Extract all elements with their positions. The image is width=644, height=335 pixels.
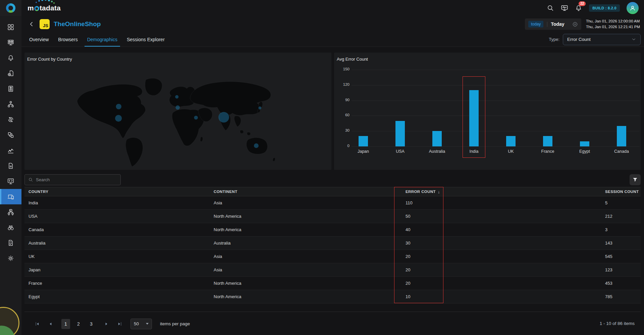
sidebar-item-bell[interactable] bbox=[0, 50, 21, 66]
chart-gridline bbox=[352, 146, 639, 147]
tab-browsers[interactable]: Browsers bbox=[53, 32, 82, 47]
bar-chart-panel: Avg Error Count 0306090120150JapanUSAAus… bbox=[334, 53, 641, 170]
page-button-1[interactable]: 1 bbox=[61, 319, 70, 329]
sidebar-item-devices[interactable] bbox=[0, 189, 21, 204]
cell-country: Egypt bbox=[24, 290, 210, 303]
bar-australia bbox=[432, 131, 442, 146]
sidebar-item-report-document[interactable] bbox=[0, 81, 21, 96]
tab-demographics[interactable]: Demographics bbox=[83, 32, 122, 47]
sidebar-item-binoculars[interactable] bbox=[0, 220, 21, 235]
cell-country: Japan bbox=[24, 263, 210, 276]
user-avatar[interactable] bbox=[627, 2, 639, 14]
sidebar-item-trend-line[interactable] bbox=[0, 143, 21, 158]
table-row-uk: UKAsia20545 bbox=[24, 250, 641, 263]
items-per-page-label: items per page bbox=[160, 321, 190, 326]
bell-icon[interactable]: 22 bbox=[575, 4, 582, 12]
search-input[interactable] bbox=[36, 177, 117, 182]
sidebar-item-network-tree[interactable] bbox=[0, 204, 21, 220]
pagination-controls: 123 50 items per page bbox=[35, 319, 190, 329]
logo-dot bbox=[51, 1, 53, 2]
cell-continent: North America bbox=[210, 210, 401, 223]
type-filter: Type: Error Count bbox=[549, 34, 641, 45]
funnel-icon bbox=[632, 177, 638, 183]
page-button-3[interactable]: 3 bbox=[87, 319, 96, 329]
sidebar-item-checklist-document[interactable] bbox=[0, 235, 21, 251]
sidebar-item-topology[interactable] bbox=[0, 96, 21, 112]
column-header-session-count[interactable]: SESSION COUNT bbox=[601, 187, 641, 196]
topology-icon bbox=[7, 100, 14, 108]
filter-button[interactable] bbox=[630, 174, 641, 185]
sidebar-nav bbox=[0, 19, 21, 266]
x-axis-label-uk: UK bbox=[492, 149, 529, 154]
cell-error_count: 10 bbox=[401, 290, 601, 303]
page-button-2[interactable]: 2 bbox=[74, 319, 83, 329]
cell-error_count: 110 bbox=[401, 196, 601, 209]
sidebar-item-code-monitor[interactable] bbox=[0, 174, 21, 189]
column-header-continent[interactable]: CONTINENT bbox=[210, 187, 401, 196]
sidebar-item-file-sync[interactable] bbox=[0, 66, 21, 81]
bar-japan bbox=[359, 136, 368, 146]
settings-gear-icon bbox=[7, 255, 14, 262]
document-icon bbox=[7, 162, 14, 170]
column-header-label: ERROR COUNT bbox=[406, 190, 436, 194]
app-subheader: JS TheOnlineShop today | Today Thu, Jan … bbox=[21, 16, 644, 32]
date-range-picker[interactable]: today | Today bbox=[525, 18, 581, 30]
bar-france bbox=[543, 136, 552, 146]
logo-dot bbox=[45, 0, 47, 1]
range-end-time: Thu, Jan 01, 2026 12:21:41 PM bbox=[586, 24, 640, 30]
previous-page-button[interactable] bbox=[48, 321, 53, 327]
checklist-document-icon bbox=[7, 239, 14, 247]
sidebar-item-dashboard-grid[interactable] bbox=[0, 19, 21, 35]
column-header-label: CONTINENT bbox=[214, 190, 237, 194]
japan-south bbox=[258, 109, 260, 113]
tab-overview[interactable]: Overview bbox=[24, 32, 53, 47]
tab-bar: OverviewBrowsersDemographicsSessions Exp… bbox=[21, 32, 644, 47]
search-icon[interactable] bbox=[547, 4, 554, 12]
cell-continent: Asia bbox=[210, 263, 401, 276]
bar-usa bbox=[395, 121, 405, 146]
cell-continent: Asia bbox=[210, 196, 401, 209]
date-range-area: today | Today Thu, Jan 01, 2026 12:00:00… bbox=[525, 18, 640, 30]
monitor-pulse-icon[interactable] bbox=[561, 4, 568, 12]
last-page-button[interactable] bbox=[117, 321, 122, 327]
cell-error_count: 40 bbox=[401, 223, 601, 236]
y-axis-tick: 150 bbox=[334, 67, 350, 71]
bar-chart: 0306090120150JapanUSAAustraliaIndiaUKFra… bbox=[334, 53, 641, 170]
back-button[interactable] bbox=[28, 21, 35, 27]
table-row-egypt: EgyptNorth America10785 bbox=[24, 290, 641, 304]
divider: | bbox=[546, 21, 548, 27]
sidebar-item-document[interactable] bbox=[0, 158, 21, 174]
cell-error_count: 30 bbox=[401, 237, 601, 250]
integration-blocks-icon bbox=[7, 131, 14, 139]
cell-error_count: 20 bbox=[401, 250, 601, 263]
type-dropdown[interactable]: Error Count bbox=[563, 34, 641, 45]
sidebar-item-server-stack[interactable] bbox=[0, 35, 21, 50]
table-header-row: COUNTRYCONTINENTERROR COUNT↓SESSION COUN… bbox=[24, 187, 641, 196]
sidebar-item-integration-blocks[interactable] bbox=[0, 127, 21, 143]
map-bubble-france bbox=[175, 106, 180, 110]
table-row-france: FranceNorth America20453 bbox=[24, 277, 641, 290]
cell-session_count: 5 bbox=[601, 196, 641, 209]
cell-error_count: 20 bbox=[401, 277, 601, 290]
sort-descending-icon: ↓ bbox=[438, 189, 440, 194]
type-label: Type: bbox=[549, 37, 559, 42]
column-header-error-count[interactable]: ERROR COUNT↓ bbox=[401, 187, 601, 196]
y-axis-tick: 0 bbox=[334, 144, 350, 148]
cell-session_count: 3 bbox=[601, 223, 641, 236]
first-page-button[interactable] bbox=[35, 321, 40, 327]
cell-country: UK bbox=[24, 250, 210, 263]
network-tree-icon bbox=[7, 208, 14, 216]
sidebar-item-sync-gear[interactable] bbox=[0, 112, 21, 127]
cell-session_count: 123 bbox=[601, 263, 641, 276]
next-page-button[interactable] bbox=[104, 321, 109, 327]
x-axis-label-usa: USA bbox=[382, 149, 419, 154]
file-sync-icon bbox=[7, 70, 14, 77]
indonesia-east bbox=[247, 132, 251, 135]
page-size-dropdown[interactable]: 50 bbox=[130, 319, 152, 329]
sidebar-item-settings-gear[interactable] bbox=[0, 251, 21, 266]
tab-sessions-explorer[interactable]: Sessions Explorer bbox=[122, 32, 169, 47]
clear-date-icon[interactable] bbox=[572, 21, 578, 27]
build-version-badge: BUILD : 8.2.0 bbox=[589, 4, 620, 12]
date-range-timestamps: Thu, Jan 01, 2026 12:00:00 AM Thu, Jan 0… bbox=[586, 18, 640, 29]
column-header-country[interactable]: COUNTRY bbox=[24, 187, 210, 196]
